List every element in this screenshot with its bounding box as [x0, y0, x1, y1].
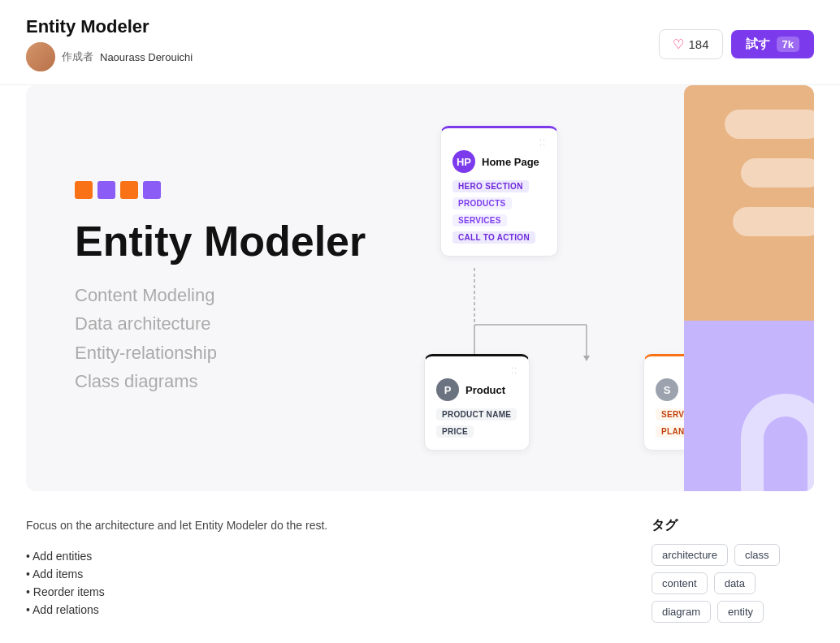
deco-pill-2 — [741, 158, 814, 188]
svg-marker-5 — [583, 356, 590, 361]
deco-pill-1 — [725, 110, 814, 139]
feature-2: Data architecture — [75, 309, 416, 338]
title-author-group: Entity Modeler 作成者 Naourass Derouichi — [26, 16, 193, 71]
like-button[interactable]: ♡ 184 — [659, 29, 723, 59]
feature-list: Add entities Add items Reorder items Add… — [26, 547, 619, 619]
author-label: 作成者 — [62, 50, 93, 64]
tag-diagram[interactable]: diagram — [652, 601, 711, 623]
tag-content[interactable]: content — [652, 572, 708, 594]
hero-left: Entity Modeler Content Modeling Data arc… — [75, 181, 416, 395]
badge-products: PRODUCTS — [452, 197, 512, 209]
entity-icons — [75, 181, 416, 202]
tags-grid: architecture class content data diagram … — [652, 544, 814, 623]
card-header: HP Home Page — [452, 150, 546, 173]
feature-1: Content Modeling — [75, 281, 416, 309]
author-name: Naourass Derouichi — [100, 51, 193, 63]
deco-orange-panel — [684, 85, 814, 321]
app-title: Entity Modeler — [26, 16, 193, 37]
hp-badges: HERO SECTION PRODUCTS SERVICES CALL TO A… — [452, 178, 546, 246]
homepage-card: ⁚⁚ HP Home Page HERO SECTION PRODUCTS SE… — [440, 126, 558, 257]
header-right: ♡ 184 試す 7k — [659, 29, 815, 59]
deco-c-shape — [741, 394, 814, 491]
feature-4: Class diagrams — [75, 367, 416, 395]
feature-3: Entity-relationship — [75, 339, 416, 367]
try-label: 試す — [746, 37, 770, 52]
deco-right — [684, 85, 814, 491]
hero-section: Entity Modeler Content Modeling Data arc… — [26, 85, 814, 491]
avatar — [26, 42, 55, 71]
tag-data[interactable]: data — [714, 572, 756, 594]
product-card-header: P Product — [436, 378, 517, 401]
like-count: 184 — [689, 37, 709, 51]
author-info: 作成者 Naourass Derouichi — [26, 42, 193, 71]
list-item-3: Reorder items — [26, 583, 619, 601]
list-item-1: Add entities — [26, 547, 619, 565]
tag-architecture[interactable]: architecture — [652, 544, 728, 566]
deco-purple-panel — [684, 321, 814, 491]
hero-features: Content Modeling Data architecture Entit… — [75, 281, 416, 395]
s-icon: S — [656, 378, 678, 401]
badge-hero: HERO SECTION — [452, 180, 529, 192]
product-badges: PRODUCT NAME PRICE — [436, 406, 517, 440]
drag-dots-product: ⁚⁚ — [436, 366, 517, 375]
hp-name: Home Page — [482, 156, 539, 168]
badge-price: PRICE — [436, 425, 474, 438]
desc-left: Focus on the architecture and let Entity… — [26, 517, 619, 623]
tags-section: タグ architecture class content data diagr… — [652, 517, 814, 623]
p-icon: P — [436, 378, 459, 401]
header-left: Entity Modeler 作成者 Naourass Derouichi — [26, 16, 193, 71]
product-card: ⁚⁚ P Product PRODUCT NAME PRICE — [424, 354, 530, 451]
icon-orange-2 — [120, 181, 138, 199]
tag-class[interactable]: class — [734, 544, 780, 566]
tags-title: タグ — [652, 517, 814, 534]
icon-purple-1 — [97, 181, 115, 199]
list-item-2: Add items — [26, 565, 619, 583]
drag-dots: ⁚⁚ — [452, 138, 546, 147]
desc-text: Focus on the architecture and let Entity… — [26, 517, 619, 534]
try-count: 7k — [777, 37, 799, 52]
product-name: Product — [465, 384, 505, 396]
heart-icon: ♡ — [673, 37, 684, 52]
description-section: Focus on the architecture and let Entity… — [0, 491, 840, 623]
icon-purple-2 — [143, 181, 161, 199]
badge-services: SERVICES — [452, 214, 507, 227]
deco-pill-3 — [733, 207, 814, 236]
badge-cta: CALL TO ACTION — [452, 231, 535, 244]
header: Entity Modeler 作成者 Naourass Derouichi ♡ … — [0, 0, 840, 85]
badge-product-name: PRODUCT NAME — [436, 408, 517, 421]
hp-icon: HP — [452, 150, 475, 173]
try-button[interactable]: 試す 7k — [731, 30, 814, 58]
tag-entity[interactable]: entity — [717, 601, 764, 623]
hero-title: Entity Modeler — [75, 218, 416, 265]
icon-orange-1 — [75, 181, 93, 199]
list-item-4: Add relations — [26, 601, 619, 619]
